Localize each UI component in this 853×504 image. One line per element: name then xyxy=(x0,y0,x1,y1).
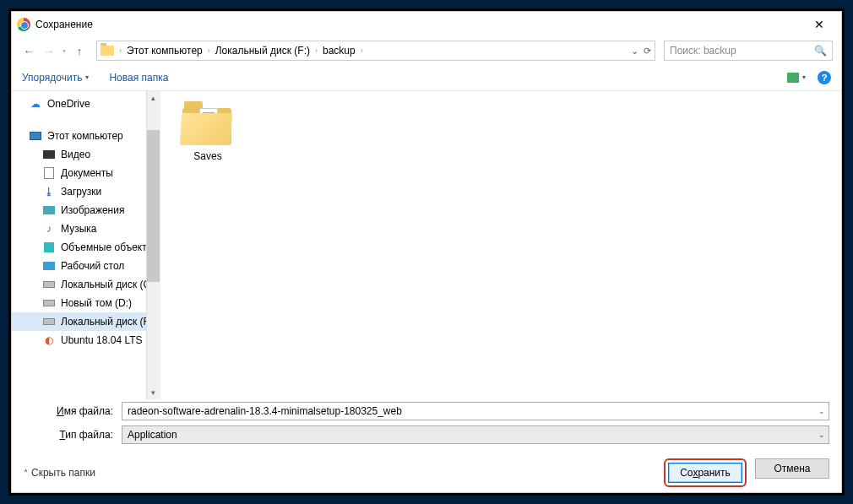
chevron-down-icon[interactable]: ⌄ xyxy=(818,431,825,439)
chevron-down-icon: ▾ xyxy=(85,73,89,81)
body: ☁OneDriveЭтот компьютерВидеоДокументы⭳За… xyxy=(12,91,841,399)
sidebar-item-label: Рабочий стол xyxy=(61,260,124,272)
sidebar-item[interactable]: Этот компьютер xyxy=(12,127,160,145)
sidebar-item[interactable]: ⭳Загрузки xyxy=(12,182,160,201)
address-dropdown-icon[interactable]: ⌄ xyxy=(631,46,638,57)
sidebar-item[interactable]: Новый том (D:) xyxy=(12,294,160,312)
save-dialog: Сохранение ✕ ← → ▾ ↑ › Этот компьютер › … xyxy=(11,11,842,493)
save-button[interactable]: Сохранить xyxy=(668,463,742,483)
titlebar: Сохранение ✕ xyxy=(12,12,841,37)
organize-label: Упорядочить xyxy=(22,72,82,84)
chevron-right-icon[interactable]: › xyxy=(315,46,318,55)
sidebar-item-label: OneDrive xyxy=(47,98,90,110)
filetype-value: Application xyxy=(128,429,177,441)
sidebar-item-label: Локальный диск (F:) xyxy=(61,316,155,328)
nav-row: ← → ▾ ↑ › Этот компьютер › Локальный дис… xyxy=(12,37,841,64)
forward-button[interactable]: → xyxy=(41,42,57,59)
sidebar-item[interactable]: Локальный диск (F:) xyxy=(12,312,160,331)
sidebar: ☁OneDriveЭтот компьютерВидеоДокументы⭳За… xyxy=(12,91,160,399)
sidebar-item-label: Видео xyxy=(61,149,90,160)
sidebar-item[interactable]: Документы xyxy=(12,164,160,182)
search-placeholder: Поиск: backup xyxy=(670,45,736,57)
chevron-down-icon: ▾ xyxy=(802,73,806,81)
toolbar: Упорядочить ▾ Новая папка ▾ ? xyxy=(12,64,841,91)
new-folder-button[interactable]: Новая папка xyxy=(109,72,168,84)
chrome-icon xyxy=(17,18,30,31)
folder-icon xyxy=(181,101,235,145)
history-dropdown-icon[interactable]: ▾ xyxy=(62,47,66,55)
sidebar-item[interactable]: ♪Музыка xyxy=(12,219,160,238)
filetype-select[interactable]: Application ⌄ xyxy=(122,425,829,444)
chevron-right-icon[interactable]: › xyxy=(208,46,210,55)
address-bar[interactable]: › Этот компьютер › Локальный диск (F:) ›… xyxy=(96,41,655,61)
sidebar-item-label: Загрузки xyxy=(61,186,101,198)
new-folder-label: Новая папка xyxy=(109,72,168,84)
footer: ˄ Скрыть папки Сохранить Отмена xyxy=(12,453,841,492)
search-icon: 🔍 xyxy=(814,45,827,57)
cancel-button[interactable]: Отмена xyxy=(755,458,829,479)
chevron-up-icon: ˄ xyxy=(24,469,28,478)
view-menu[interactable]: ▾ xyxy=(787,73,806,83)
window-title: Сохранение xyxy=(35,19,802,30)
sidebar-item-label: Изображения xyxy=(61,204,124,216)
sidebar-item-label: Этот компьютер xyxy=(47,130,123,142)
sidebar-item[interactable]: ☁OneDrive xyxy=(12,95,160,113)
breadcrumb-segment[interactable]: backup xyxy=(323,45,356,57)
filetype-row: Тип файла: Application ⌄ xyxy=(12,423,841,447)
file-pane[interactable]: Saves xyxy=(160,91,841,399)
chevron-down-icon[interactable]: ⌄ xyxy=(818,407,825,415)
sidebar-item[interactable]: Рабочий стол xyxy=(12,257,160,275)
chevron-right-icon[interactable]: › xyxy=(361,46,363,55)
filename-label: Имя файла: xyxy=(24,405,117,417)
chevron-right-icon[interactable]: › xyxy=(119,46,122,55)
close-button[interactable]: ✕ xyxy=(802,12,836,37)
scroll-thumb[interactable] xyxy=(147,130,160,282)
sidebar-item[interactable]: Объемные объекты xyxy=(12,238,160,257)
scroll-up-icon[interactable]: ▴ xyxy=(147,91,160,105)
filename-value: radeon-software-adrenalin-18.3.4-minimal… xyxy=(128,405,402,417)
sidebar-scrollbar[interactable]: ▴ ▾ xyxy=(146,91,160,399)
save-button-highlight: Сохранить xyxy=(664,458,747,487)
sidebar-item-label: Локальный диск (C:) xyxy=(61,279,157,290)
sidebar-item-label: Музыка xyxy=(61,223,96,235)
refresh-button[interactable]: ⟳ xyxy=(644,46,651,57)
folder-icon xyxy=(101,46,114,56)
sidebar-item-label: Документы xyxy=(61,167,113,179)
search-input[interactable]: Поиск: backup 🔍 xyxy=(664,41,833,61)
view-icon xyxy=(787,73,799,83)
filetype-label: Тип файла: xyxy=(24,429,117,441)
hide-folders-label: Скрыть папки xyxy=(31,467,95,479)
organize-menu[interactable]: Упорядочить ▾ xyxy=(22,72,89,84)
help-button[interactable]: ? xyxy=(818,71,831,84)
filename-row: Имя файла: radeon-software-adrenalin-18.… xyxy=(12,399,841,423)
sidebar-item[interactable]: ◐Ubuntu 18.04 LTS xyxy=(12,331,160,350)
sidebar-item[interactable]: Локальный диск (C:) xyxy=(12,275,160,294)
sidebar-item-label: Объемные объекты xyxy=(61,241,154,253)
breadcrumb-segment[interactable]: Локальный диск (F:) xyxy=(215,45,310,57)
sidebar-item[interactable]: Изображения xyxy=(12,201,160,219)
folder-item[interactable]: Saves xyxy=(174,101,242,162)
back-button[interactable]: ← xyxy=(20,42,37,59)
scroll-down-icon[interactable]: ▾ xyxy=(147,386,160,399)
folder-label: Saves xyxy=(174,150,242,162)
sidebar-item-label: Ubuntu 18.04 LTS xyxy=(61,334,143,346)
hide-folders-button[interactable]: ˄ Скрыть папки xyxy=(24,467,95,479)
sidebar-item-label: Новый том (D:) xyxy=(61,297,132,309)
breadcrumb-segment[interactable]: Этот компьютер xyxy=(127,45,203,57)
sidebar-item[interactable]: Видео xyxy=(12,145,160,164)
filename-input[interactable]: radeon-software-adrenalin-18.3.4-minimal… xyxy=(122,402,829,420)
up-button[interactable]: ↑ xyxy=(71,42,88,59)
